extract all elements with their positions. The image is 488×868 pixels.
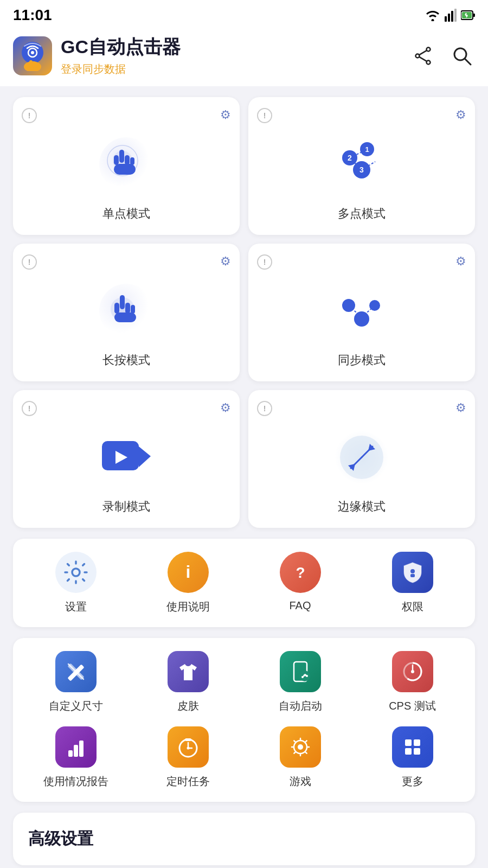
auto-start-label: 自动启动: [279, 699, 322, 713]
search-icon: [451, 45, 473, 67]
cps-test-label: CPS 测试: [389, 699, 436, 713]
info-icon-longpress[interactable]: !: [22, 254, 37, 270]
info-icon-multi[interactable]: !: [257, 108, 272, 123]
single-click-svg: [102, 140, 151, 189]
advanced-card: 高级设置: [13, 813, 475, 865]
info-icon-edge[interactable]: !: [257, 401, 272, 416]
mode-card-sync[interactable]: ! ⚙ 同步模式: [248, 244, 475, 381]
utility-faq[interactable]: ? FAQ: [246, 552, 354, 614]
gear-icon-longpress[interactable]: ⚙: [220, 254, 231, 269]
status-bar: 11:01: [0, 0, 488, 28]
battery-icon: [461, 9, 475, 21]
mode-card-multi[interactable]: ! ⚙ 3 2 1 多点模式: [248, 97, 475, 235]
svg-marker-53: [139, 446, 151, 467]
permission-icon: [401, 560, 425, 584]
signal-icon: [445, 9, 457, 22]
mode-icon-wrap-sync: [329, 278, 394, 343]
svg-point-79: [187, 747, 189, 750]
permission-label: 权限: [402, 599, 423, 614]
settings-icon: [63, 560, 88, 585]
gear-icon-record[interactable]: ⚙: [220, 401, 231, 415]
utility-permission[interactable]: 权限: [358, 552, 466, 614]
svg-point-56: [72, 569, 80, 576]
svg-rect-73: [68, 750, 73, 757]
gear-icon-multi[interactable]: ⚙: [455, 108, 466, 122]
tool-more[interactable]: 更多: [358, 726, 466, 789]
svg-rect-93: [414, 739, 420, 746]
svg-rect-94: [405, 748, 412, 755]
share-button[interactable]: [410, 43, 436, 69]
svg-rect-75: [79, 741, 84, 757]
info-icon-record[interactable]: !: [22, 401, 37, 416]
mode-label-edge: 边缘模式: [338, 499, 386, 515]
svg-rect-16: [35, 62, 37, 68]
tool-custom-size[interactable]: 自定义尺寸: [22, 651, 130, 713]
svg-text:i: i: [185, 562, 190, 582]
wifi-icon: [425, 9, 440, 21]
edge-icon: [335, 430, 389, 484]
svg-rect-15: [33, 61, 35, 68]
svg-rect-92: [405, 739, 412, 746]
svg-rect-5: [473, 14, 475, 17]
custom-size-icon-wrap: [55, 651, 97, 692]
tool-cps-test[interactable]: CPS 测试: [358, 651, 466, 713]
custom-size-label: 自定义尺寸: [49, 699, 103, 713]
long-press-icon: [99, 284, 153, 338]
svg-rect-14: [29, 60, 33, 68]
more-label: 更多: [402, 774, 423, 789]
utility-manual[interactable]: i 使用说明: [134, 552, 242, 614]
single-click-icon: [99, 137, 153, 192]
game-icon: [288, 735, 312, 759]
record-svg: [99, 436, 153, 479]
gear-icon-single[interactable]: ⚙: [220, 108, 231, 122]
faq-label: FAQ: [289, 599, 311, 612]
permission-icon-wrap: [392, 552, 433, 593]
info-icon-single[interactable]: !: [22, 108, 37, 123]
svg-line-23: [465, 59, 471, 65]
svg-line-87: [294, 741, 296, 742]
svg-text:1: 1: [365, 145, 369, 154]
info-icon-sync[interactable]: !: [257, 254, 272, 270]
app-title: GC自动点击器: [61, 35, 401, 60]
gear-icon-sync[interactable]: ⚙: [455, 254, 466, 269]
svg-point-67: [301, 676, 304, 678]
multi-point-svg: 3 2 1: [335, 137, 389, 192]
settings-label: 设置: [65, 599, 87, 614]
manual-label: 使用说明: [166, 599, 210, 614]
mode-card-record[interactable]: ! ⚙ 录制模式: [13, 390, 240, 528]
mode-card-top-sync: ! ⚙: [257, 254, 466, 270]
svg-rect-26: [119, 150, 124, 163]
svg-rect-28: [125, 155, 130, 165]
tool-scheduled-task[interactable]: 定时任务: [134, 726, 242, 789]
long-press-svg: [102, 286, 151, 335]
search-button[interactable]: [449, 43, 475, 69]
app-logo: [13, 36, 52, 75]
mode-icon-wrap-edge: [329, 425, 394, 490]
mode-card-longpress[interactable]: ! ⚙ 长按模式: [13, 244, 240, 381]
tool-game[interactable]: 游戏: [246, 726, 354, 789]
mode-label-longpress: 长按模式: [102, 352, 150, 368]
mode-label-multi: 多点模式: [338, 206, 386, 222]
svg-rect-2: [451, 11, 453, 22]
svg-rect-44: [125, 303, 130, 314]
edge-svg: [335, 430, 389, 484]
svg-point-68: [306, 675, 308, 677]
main-content: ! ⚙ 单点模式: [0, 86, 488, 868]
svg-line-21: [419, 56, 427, 61]
gear-icon-edge[interactable]: ⚙: [455, 401, 466, 415]
sync-svg: [335, 284, 389, 338]
tool-usage-report[interactable]: 使用情况报告: [22, 726, 130, 789]
svg-rect-0: [445, 16, 447, 22]
utility-settings[interactable]: 设置: [22, 552, 130, 614]
cps-test-icon-wrap: [392, 651, 433, 692]
scheduled-task-icon: [176, 735, 200, 759]
mode-card-single[interactable]: ! ⚙ 单点模式: [13, 97, 240, 235]
svg-rect-42: [120, 295, 125, 309]
utility-grid: 设置 i 使用说明 ? FAQ: [22, 552, 466, 614]
svg-rect-95: [414, 748, 420, 755]
mode-card-edge[interactable]: ! ⚙ 边缘模式: [248, 390, 475, 528]
svg-line-89: [305, 741, 306, 742]
tool-auto-start[interactable]: 自动启动: [246, 651, 354, 713]
svg-point-91: [298, 744, 303, 750]
tool-skin[interactable]: 皮肤: [134, 651, 242, 713]
